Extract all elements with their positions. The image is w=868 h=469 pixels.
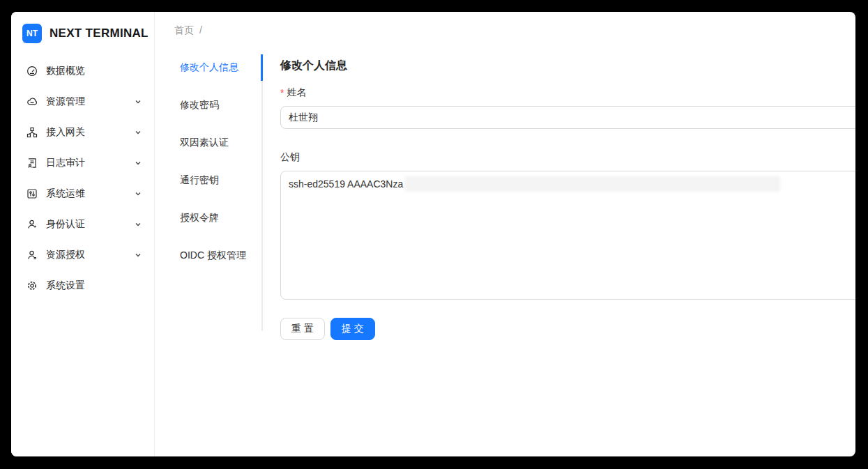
main-area: 首页 / 修改个人信息 修改密码 双因素认证 通行密钥 授权令牌 OIDC 授权…: [155, 12, 855, 456]
content-row: 修改个人信息 修改密码 双因素认证 通行密钥 授权令牌 OIDC 授权管理 修改…: [155, 54, 855, 456]
sidebar-menu: 数据概览 资源管理: [21, 56, 146, 301]
chevron-down-icon: [135, 160, 142, 167]
public-key-textarea[interactable]: ssh-ed25519 AAAAC3Nza: [280, 171, 855, 300]
subnav-item-token[interactable]: 授权令牌: [155, 205, 261, 231]
sidebar-item-label: 接入网关: [46, 126, 126, 139]
account-subnav: 修改个人信息 修改密码 双因素认证 通行密钥 授权令牌 OIDC 授权管理: [155, 54, 263, 331]
app-window: NT NEXT TERMINAL 数据概览 资源管: [11, 12, 855, 456]
sidebar-item-label: 数据概览: [46, 65, 142, 77]
form-actions: 重 置 提 交: [280, 318, 855, 340]
sidebar-item-identity[interactable]: 身份认证: [21, 209, 146, 240]
public-key-line: ssh-ed25519 AAAAC3Nza: [289, 176, 855, 192]
brand: NT NEXT TERMINAL: [21, 24, 146, 43]
subnav-item-2fa[interactable]: 双因素认证: [155, 130, 261, 156]
chevron-down-icon: [135, 190, 142, 197]
sidebar-item-label: 日志审计: [46, 157, 126, 169]
subnav-item-oidc[interactable]: OIDC 授权管理: [155, 243, 261, 269]
sidebar-item-label: 身份认证: [46, 218, 126, 231]
reset-button[interactable]: 重 置: [280, 318, 325, 340]
name-input[interactable]: [280, 106, 855, 129]
name-field-label: * 姓名: [280, 85, 855, 100]
name-label-text: 姓名: [287, 86, 306, 99]
breadcrumb-home[interactable]: 首页: [174, 24, 194, 40]
dashboard-icon: [26, 66, 38, 77]
redacted-blur-patch: [405, 176, 780, 192]
required-asterisk: *: [280, 87, 284, 98]
sidebar-item-dashboard[interactable]: 数据概览: [21, 56, 146, 86]
sidebar-item-label: 资源管理: [46, 95, 126, 108]
user-grant-icon: [26, 249, 38, 261]
breadcrumb-separator: /: [199, 24, 202, 40]
sidebar-item-gateways[interactable]: 接入网关: [21, 117, 146, 148]
form-title: 修改个人信息: [280, 57, 855, 74]
sidebar-item-ops[interactable]: 系统运维: [21, 178, 146, 209]
user-auth-icon: [26, 219, 38, 230]
breadcrumb: 首页 /: [155, 12, 855, 40]
sidebar-item-label: 系统设置: [46, 279, 142, 292]
chevron-down-icon: [135, 129, 142, 136]
app-title: NEXT TERMINAL: [50, 26, 149, 40]
submit-button[interactable]: 提 交: [330, 318, 375, 340]
cluster-icon: [26, 127, 38, 138]
sidebar: NT NEXT TERMINAL 数据概览 资源管: [11, 12, 155, 456]
sidebar-item-resources[interactable]: 资源管理: [21, 86, 146, 117]
subnav-item-passkey[interactable]: 通行密钥: [155, 167, 261, 194]
chevron-down-icon: [135, 98, 142, 105]
public-key-visible-text: ssh-ed25519 AAAAC3Nza: [289, 178, 403, 190]
chevron-down-icon: [135, 221, 142, 228]
profile-form: 修改个人信息 * 姓名 公钥 ssh-ed25519 AAAAC3Nza 重: [280, 54, 855, 456]
gear-icon: [26, 280, 38, 291]
audit-icon: [26, 157, 38, 169]
sidebar-item-label: 资源授权: [46, 249, 126, 261]
subnav-item-password[interactable]: 修改密码: [155, 92, 261, 118]
public-key-field-label: 公钥: [280, 150, 855, 165]
cloud-server-icon: [26, 96, 38, 107]
sidebar-item-label: 系统运维: [46, 187, 126, 200]
public-key-label-text: 公钥: [280, 151, 300, 164]
subnav-item-profile[interactable]: 修改个人信息: [155, 54, 261, 81]
sidebar-item-settings[interactable]: 系统设置: [21, 270, 146, 301]
sidebar-item-authorization[interactable]: 资源授权: [21, 240, 146, 270]
chevron-down-icon: [135, 252, 142, 259]
control-icon: [26, 188, 38, 199]
sidebar-item-audit[interactable]: 日志审计: [21, 148, 146, 178]
app-logo: NT: [22, 24, 42, 43]
